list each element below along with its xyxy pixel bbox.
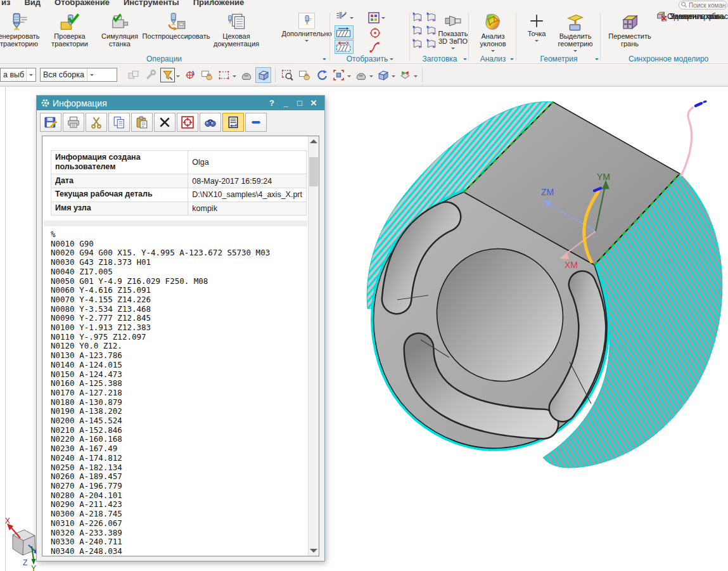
- group-dialog-arrow-icon[interactable]: [510, 58, 514, 62]
- info-toolbar-button[interactable]: [222, 113, 244, 132]
- info-toolbar-icon: [181, 116, 194, 129]
- info-toolbar-button[interactable]: [177, 113, 198, 132]
- funnel-icon[interactable]: [412, 24, 425, 36]
- ribbon-tab[interactable]: Вид: [24, 0, 41, 10]
- sync-modeling-item[interactable]: Удалить грань: [656, 10, 728, 23]
- draft-analysis-button[interactable]: Анализ уклонов: [473, 11, 513, 54]
- scroll-down-arrow-icon[interactable]: [310, 549, 317, 553]
- selection-filter-combo[interactable]: а выб: [0, 68, 36, 82]
- scroll-up-arrow-icon[interactable]: [310, 139, 317, 143]
- funnel-icon[interactable]: [426, 37, 438, 49]
- window-title: Информация: [53, 98, 107, 108]
- chevron-down-icon[interactable]: [414, 75, 418, 79]
- info-toolbar-button[interactable]: [200, 113, 221, 132]
- more-tool-icon: [298, 13, 315, 29]
- ym-axis-label: YM: [597, 172, 610, 182]
- group-dialog-arrow-icon[interactable]: [595, 58, 599, 62]
- ribbon-button[interactable]: енерировать траекторию: [0, 11, 43, 48]
- info-toolbar-icon: [113, 116, 125, 129]
- zoom-window-button[interactable]: [279, 67, 295, 83]
- gear-icon: [41, 98, 50, 108]
- chevron-down-icon[interactable]: [176, 75, 180, 79]
- selection-scope-combo[interactable]: Вся сборка: [40, 68, 117, 82]
- show-spline-button[interactable]: [369, 40, 381, 54]
- info-toolbar-button[interactable]: [40, 113, 61, 132]
- funnel-icon[interactable]: [412, 37, 425, 49]
- pan-button[interactable]: [297, 67, 312, 83]
- minimize-button[interactable]: _: [279, 98, 293, 108]
- vertical-scrollbar[interactable]: [308, 136, 319, 556]
- shaded-with-edges-button[interactable]: [255, 67, 271, 83]
- chevron-down-icon[interactable]: [233, 75, 236, 79]
- marquee-select-button[interactable]: [216, 67, 232, 83]
- ribbon-button-label: Проверка траектории: [43, 33, 96, 48]
- show-2d-workpiece-button[interactable]: [335, 25, 354, 39]
- info-toolbar-button[interactable]: [245, 113, 267, 132]
- funnel-icon[interactable]: [426, 11, 438, 23]
- fit-view-button[interactable]: [331, 67, 347, 83]
- pattern-display-button[interactable]: [367, 11, 385, 25]
- information-window-titlebar[interactable]: Информация ? _ □ ✕: [37, 96, 324, 110]
- info-toolbar-button[interactable]: [108, 113, 130, 132]
- chevron-down-icon[interactable]: [392, 75, 395, 79]
- clip-section-button[interactable]: [397, 67, 413, 83]
- table-row: Информация создана пользователем Olga: [51, 151, 307, 174]
- 3d-model-view[interactable]: ZM YM XM: [364, 87, 728, 571]
- ribbon-tab[interactable]: Приложение: [193, 0, 244, 10]
- ribbon-button[interactable]: Проверка траектории: [43, 11, 96, 48]
- scrollbar-thumb[interactable]: [309, 157, 318, 186]
- extract-geometry-button[interactable]: Выделить геометрию: [554, 11, 597, 54]
- table-row-value: 08-May-2017 16:59:24: [188, 174, 307, 188]
- ribbon-tab[interactable]: Инструменты: [124, 0, 179, 10]
- ribbon-tab[interactable]: из: [1, 0, 10, 10]
- group-dialog-arrow-icon[interactable]: [463, 58, 467, 62]
- tools-button[interactable]: [143, 67, 158, 83]
- info-toolbar-button[interactable]: [86, 113, 107, 132]
- wrench-icon: [144, 69, 156, 81]
- information-content[interactable]: Информация создана пользователем Olga Да…: [42, 136, 319, 556]
- chevron-down-icon[interactable]: [347, 75, 351, 79]
- ribbon-button-icon: [110, 13, 129, 32]
- info-toolbar-button[interactable]: [131, 113, 153, 132]
- wcs-y-label: Y: [31, 564, 36, 571]
- snapshot-button[interactable]: [125, 67, 141, 83]
- more-button[interactable]: Дополнительно: [280, 11, 333, 44]
- selection-filter-button[interactable]: [160, 67, 176, 83]
- ribbon-button-icon: [167, 13, 186, 32]
- ribbon-group-geometry: Точка Выделить геометрию Геометрия: [517, 10, 601, 64]
- draft-analysis-icon: [483, 13, 502, 32]
- funnel-icon[interactable]: [412, 11, 425, 23]
- extract-geometry-icon: [566, 13, 585, 32]
- info-toolbar-icon: [250, 116, 262, 129]
- close-button[interactable]: ✕: [307, 98, 321, 108]
- point-button[interactable]: Точка: [523, 11, 550, 44]
- chevron-down-icon[interactable]: [369, 75, 373, 79]
- information-window[interactable]: Информация ? _ □ ✕: [36, 95, 325, 561]
- orbit-point-button[interactable]: [182, 67, 198, 83]
- group-dialog-arrow-icon[interactable]: [322, 58, 326, 62]
- ribbon-group-analysis: Анализ уклонов Анализ: [470, 10, 516, 64]
- show-levels-button[interactable]: [335, 11, 354, 25]
- shaded-view-button[interactable]: [238, 67, 254, 83]
- move-face-button[interactable]: Переместить грань: [606, 11, 654, 48]
- hand-tool-button[interactable]: [199, 67, 215, 83]
- show-3d-ipw-button[interactable]: Показать 3D ЗвПО: [437, 11, 469, 51]
- rotate-view-button[interactable]: [314, 67, 329, 83]
- ribbon-button[interactable]: Цеховая документация: [209, 11, 264, 48]
- show-center-button[interactable]: [369, 26, 381, 40]
- orient-view-button[interactable]: [375, 67, 391, 83]
- chevron-down-icon: [381, 17, 385, 21]
- selection-toolbar: а выб Вся сборка: [0, 65, 728, 86]
- ribbon-button-icon: [227, 13, 246, 32]
- maximize-button[interactable]: □: [293, 98, 307, 108]
- funnel-icon[interactable]: [426, 24, 438, 36]
- show-2d-ipw-button[interactable]: [335, 40, 354, 54]
- help-button[interactable]: ?: [265, 98, 279, 108]
- group-label-operations: Операции: [0, 55, 328, 63]
- ribbon-button[interactable]: Симуляция станка: [96, 11, 143, 48]
- info-toolbar-button[interactable]: [154, 113, 176, 132]
- info-toolbar-button[interactable]: [63, 113, 84, 132]
- ribbon-button[interactable]: Постпроцессировать: [143, 11, 209, 48]
- table-row-value: Olga: [188, 151, 307, 174]
- render-style-button[interactable]: [353, 67, 369, 83]
